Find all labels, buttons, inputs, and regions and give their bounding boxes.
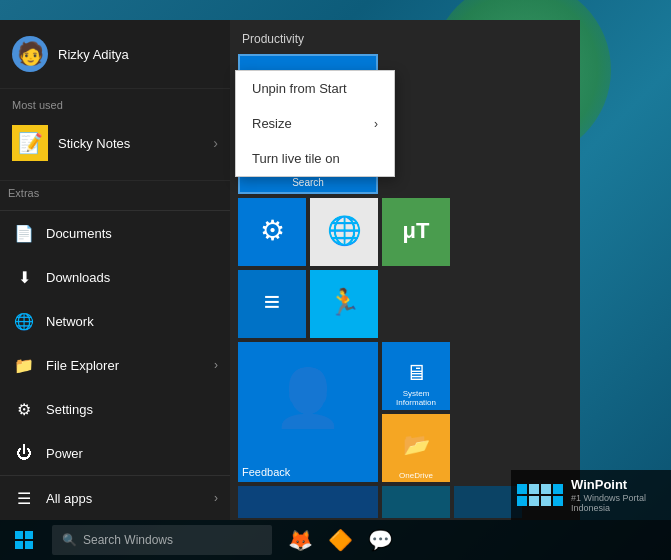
sticky-notes-label: Sticky Notes (58, 136, 130, 151)
wp-sq-3 (541, 484, 551, 494)
svg-rect-1 (25, 531, 33, 539)
tiles-row1: ⚙ 🌐 μT (238, 198, 450, 266)
resize-label: Resize (252, 116, 292, 131)
tile-system-info[interactable]: 🖥 SystemInformation (382, 342, 450, 410)
power-icon: ⏻ (12, 441, 36, 465)
downloads-label: Downloads (46, 270, 110, 285)
winpoint-badge: WinPoint #1 Windows Portal Indonesia (511, 470, 671, 520)
settings-tile-icon: ⚙ (260, 214, 285, 247)
file-explorer-label: File Explorer (46, 358, 119, 373)
network-label: Network (46, 314, 94, 329)
tile-azure[interactable]: ≡ (238, 270, 306, 338)
winpoint-logo-grid (517, 484, 563, 506)
wp-sq-4 (553, 484, 563, 494)
tile-settings[interactable]: ⚙ (238, 198, 306, 266)
wp-sq-8 (553, 496, 563, 506)
user-name: Rizky Aditya (58, 47, 129, 62)
taskbar-icons: 🦊 🔶 💬 (280, 520, 400, 560)
sysinfo-tile-icon: 🖥 (405, 360, 427, 386)
start-menu-left: 🧑 Rizky Aditya Most used 📝 Sticky Notes … (0, 20, 230, 520)
sticky-notes-item[interactable]: 📝 Sticky Notes › (0, 117, 230, 169)
winpoint-name: WinPoint (571, 477, 665, 493)
tile-feedback[interactable]: 👤 Feedback (238, 342, 378, 482)
avatar: 🧑 (12, 36, 48, 72)
winpoint-subtitle: #1 Windows Portal Indonesia (571, 493, 665, 513)
feedback-tile-label: Feedback (242, 466, 378, 478)
sidebar-item-all-apps[interactable]: ☰ All apps › (0, 475, 230, 520)
network-icon: 🌐 (12, 309, 36, 333)
vlc-icon: 🔶 (328, 528, 353, 552)
skype-icon: 💬 (368, 528, 393, 552)
nav-items: 📄 Documents ⬇ Downloads 🌐 Network 📁 File… (0, 210, 230, 520)
sysinfo-tile-label: SystemInformation (382, 390, 450, 408)
azure-tile-icon: ≡ (264, 286, 280, 318)
context-item-unpin[interactable]: Unpin from Start (236, 71, 394, 106)
sidebar-item-documents[interactable]: 📄 Documents (0, 211, 230, 255)
sidebar-item-file-explorer[interactable]: 📁 File Explorer › (0, 343, 230, 387)
svg-rect-2 (15, 541, 23, 549)
tile-utorrent[interactable]: μT (382, 198, 450, 266)
taskbar: 🔍 Search Windows 🦊 🔶 💬 (0, 520, 671, 560)
onedrive-tile-label: OneDrive (382, 471, 450, 480)
documents-icon: 📄 (12, 221, 36, 245)
tiles-right-col2: 🖥 SystemInformation 📂 OneDrive (382, 342, 450, 482)
settings-label: Settings (46, 402, 93, 417)
wp-sq-2 (529, 484, 539, 494)
context-item-resize[interactable]: Resize › (236, 106, 394, 141)
live-tile-label: Turn live tile on (252, 151, 340, 166)
all-apps-icon: ☰ (12, 486, 36, 510)
all-apps-label: All apps (46, 491, 92, 506)
wp-sq-1 (517, 484, 527, 494)
wp-sq-7 (541, 496, 551, 506)
taskbar-search-box[interactable]: 🔍 Search Windows (52, 525, 272, 555)
firefox-icon: 🦊 (288, 528, 313, 552)
chrome-tile-icon: 🌐 (327, 214, 362, 247)
taskbar-icon-vlc[interactable]: 🔶 (320, 520, 360, 560)
tile-chrome[interactable]: 🌐 (310, 198, 378, 266)
settings-icon: ⚙ (12, 397, 36, 421)
svg-rect-0 (15, 531, 23, 539)
user-section[interactable]: 🧑 Rizky Aditya (0, 20, 230, 89)
tiles-row3: 👤 Feedback 🖥 SystemInformation 📂 OneDriv… (238, 342, 572, 482)
feedback-tile-icon: 👤 (273, 365, 343, 431)
power-label: Power (46, 446, 83, 461)
downloads-icon: ⬇ (12, 265, 36, 289)
divider (0, 169, 230, 181)
tiles-section-label: Productivity (238, 28, 572, 54)
windows-icon (15, 531, 33, 549)
winpoint-text-block: WinPoint #1 Windows Portal Indonesia (571, 477, 665, 513)
search-icon: 🔍 (62, 533, 77, 547)
most-used-label: Most used (0, 89, 230, 117)
sidebar-item-power[interactable]: ⏻ Power (0, 431, 230, 475)
utorrent-tile-icon: μT (403, 218, 430, 244)
tiles-row2: ≡ 🏃 (238, 270, 450, 338)
taskbar-search-label: Search Windows (83, 533, 173, 547)
bottom-tile-1[interactable] (238, 486, 378, 518)
sidebar-item-downloads[interactable]: ⬇ Downloads (0, 255, 230, 299)
sticky-notes-arrow: › (213, 135, 218, 151)
file-explorer-icon: 📁 (12, 353, 36, 377)
start-button[interactable] (0, 520, 48, 560)
all-apps-arrow: › (214, 491, 218, 505)
sticky-notes-icon: 📝 (12, 125, 48, 161)
onedrive-tile-icon: 📂 (403, 432, 430, 458)
context-item-live-tile[interactable]: Turn live tile on (236, 141, 394, 176)
file-explorer-arrow: › (214, 358, 218, 372)
bottom-tile-2[interactable] (382, 486, 450, 518)
tile-skype2[interactable]: 🏃 (310, 270, 378, 338)
sidebar-item-settings[interactable]: ⚙ Settings (0, 387, 230, 431)
search-tile-label: Search (240, 177, 376, 188)
context-menu: Unpin from Start Resize › Turn live tile… (235, 70, 395, 177)
taskbar-icon-firefox[interactable]: 🦊 (280, 520, 320, 560)
documents-label: Documents (46, 226, 112, 241)
svg-rect-3 (25, 541, 33, 549)
taskbar-icon-skype[interactable]: 💬 (360, 520, 400, 560)
tile-onedrive[interactable]: 📂 OneDrive (382, 414, 450, 482)
left-spacer (0, 203, 230, 210)
tiles-right-col: ⚙ 🌐 μT ≡ (238, 198, 450, 338)
sidebar-item-network[interactable]: 🌐 Network (0, 299, 230, 343)
wp-sq-5 (517, 496, 527, 506)
wp-sq-6 (529, 496, 539, 506)
extras-label: Extras (0, 181, 230, 203)
resize-arrow: › (374, 117, 378, 131)
